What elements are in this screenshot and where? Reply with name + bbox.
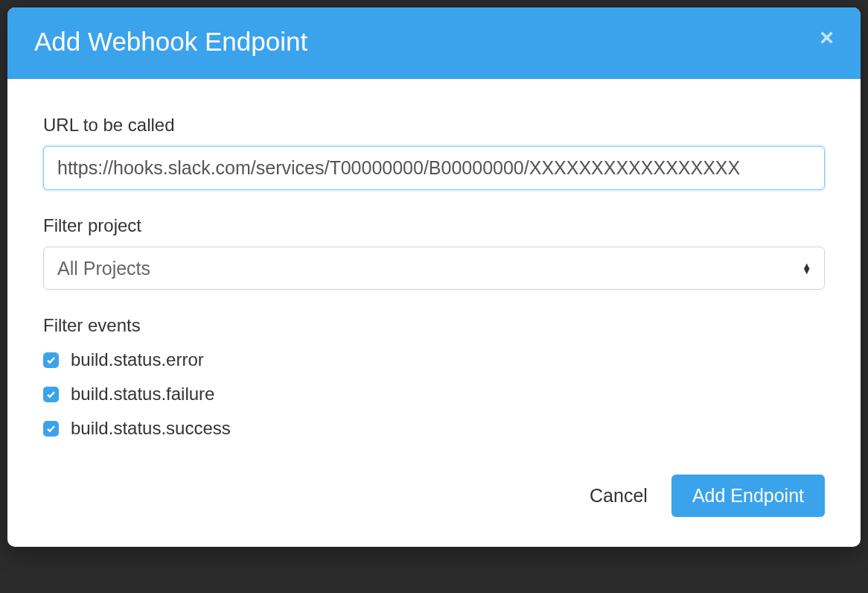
event-checkbox[interactable] bbox=[43, 387, 59, 402]
modal-footer: Cancel Add Endpoint bbox=[7, 467, 861, 547]
event-row: build.status.error bbox=[43, 349, 825, 370]
events-checkbox-list: build.status.error build.status.failure … bbox=[43, 349, 825, 439]
filter-project-select-wrap: All Projects ▲▼ bbox=[43, 247, 825, 290]
filter-project-group: Filter project All Projects ▲▼ bbox=[43, 215, 825, 290]
event-checkbox[interactable] bbox=[43, 421, 59, 437]
cancel-button[interactable]: Cancel bbox=[590, 485, 648, 507]
filter-project-select[interactable]: All Projects bbox=[43, 247, 825, 290]
check-icon bbox=[46, 355, 56, 365]
event-label: build.status.failure bbox=[71, 384, 214, 405]
check-icon bbox=[46, 424, 56, 434]
filter-events-group: Filter events build.status.error build.s… bbox=[43, 315, 825, 439]
event-row: build.status.failure bbox=[43, 384, 825, 405]
event-label: build.status.success bbox=[71, 418, 231, 439]
add-endpoint-button[interactable]: Add Endpoint bbox=[671, 475, 825, 517]
url-label: URL to be called bbox=[43, 115, 825, 136]
filter-events-label: Filter events bbox=[43, 315, 825, 336]
event-checkbox[interactable] bbox=[43, 352, 59, 368]
url-input[interactable] bbox=[43, 146, 825, 190]
modal-body: URL to be called Filter project All Proj… bbox=[7, 79, 861, 467]
add-webhook-modal: Add Webhook Endpoint × URL to be called … bbox=[7, 7, 861, 547]
modal-title: Add Webhook Endpoint bbox=[34, 27, 307, 57]
url-field-group: URL to be called bbox=[43, 115, 825, 190]
check-icon bbox=[46, 390, 56, 399]
filter-project-label: Filter project bbox=[43, 215, 825, 236]
close-icon[interactable]: × bbox=[820, 25, 834, 49]
event-row: build.status.success bbox=[43, 418, 825, 439]
modal-header: Add Webhook Endpoint × bbox=[7, 7, 861, 79]
event-label: build.status.error bbox=[71, 349, 204, 370]
